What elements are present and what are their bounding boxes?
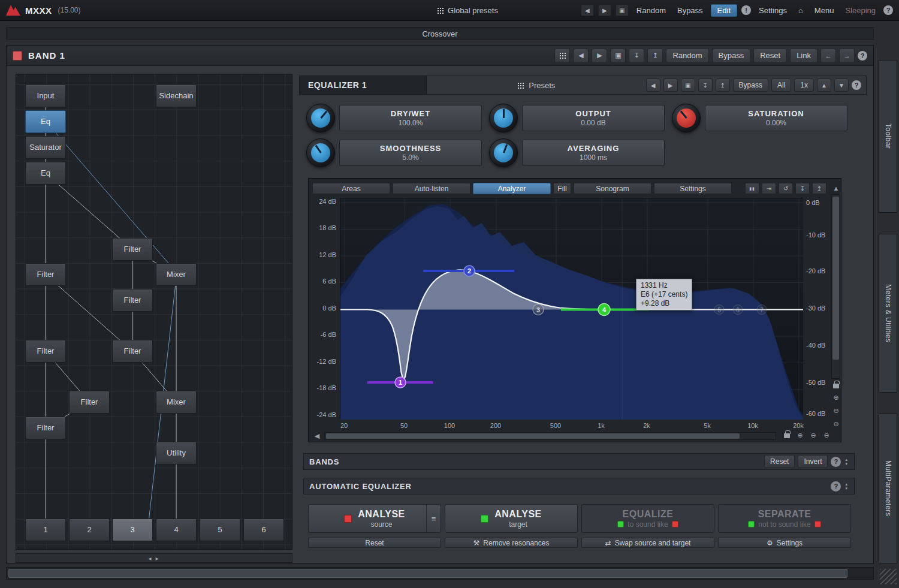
graph-vscrollbar[interactable] [831, 194, 840, 379]
routing-slot-5[interactable]: 5 [200, 518, 240, 541]
band-marker-7[interactable]: 7 [757, 305, 767, 315]
eq-detach-button[interactable]: ▲ [817, 79, 831, 92]
eq-next-button[interactable]: ▶ [663, 79, 678, 92]
home-icon[interactable]: ⌂ [795, 5, 807, 16]
zoom-out-icon[interactable]: ⊖ [809, 431, 818, 440]
analyse-source-button[interactable]: ANALYSE source ≡ [308, 504, 441, 533]
crossover-bar[interactable]: Crossover [6, 27, 874, 40]
window-hscroll-thumb[interactable] [8, 569, 847, 578]
vzoom-lock-icon[interactable] [831, 381, 841, 390]
window-hscrollbar[interactable] [6, 567, 874, 580]
analysis-import-button[interactable]: ↧ [795, 183, 810, 194]
output-knob[interactable] [489, 104, 518, 132]
analyzer-button[interactable]: Analyzer [473, 183, 551, 194]
normalize-button[interactable]: ⇥ [762, 183, 776, 194]
analyse-target-button[interactable]: ANALYSE target [445, 504, 578, 533]
preset-next-button[interactable]: ▶ [598, 4, 611, 16]
bypass-button[interactable]: Bypass [674, 5, 707, 16]
averaging-panel[interactable]: AVERAGING 1000 ms [522, 140, 665, 166]
eq-plot[interactable]: 1 2 3 4 5 [340, 198, 803, 419]
band-forward-button[interactable]: → [839, 49, 855, 63]
autoeq-help-icon[interactable]: ? [831, 481, 841, 491]
graph-vscroll-thumb[interactable] [832, 197, 839, 360]
routing-resize-handle[interactable]: ◂ ▸ [16, 553, 292, 563]
band-marker-5[interactable]: 5 [714, 305, 724, 315]
band-random-button[interactable]: Random [666, 49, 708, 63]
analyse-source-menu-button[interactable]: ≡ [426, 505, 441, 532]
routing-node-mixer-1[interactable]: Mixer [156, 263, 197, 286]
auto-listen-button[interactable]: Auto-listen [393, 183, 470, 194]
window-resize-grip[interactable] [880, 569, 897, 584]
routing-grid[interactable]: Input Sidechain Eq Saturator Eq Filter F… [16, 74, 292, 550]
routing-slot-2[interactable]: 2 [69, 518, 110, 541]
help-icon[interactable]: ? [883, 5, 893, 15]
sonogram-button[interactable]: Sonogram [574, 183, 651, 194]
band-bypass-button[interactable]: Bypass [712, 49, 751, 63]
band-link-button[interactable]: Link [790, 49, 817, 63]
eq-bypass-button[interactable]: Bypass [733, 79, 768, 92]
output-panel[interactable]: OUTPUT 0.00 dB [522, 105, 665, 131]
band-back-button[interactable]: ← [820, 49, 836, 63]
zoom-in-icon[interactable]: ⊕ [795, 431, 805, 440]
sleeping-indicator[interactable]: Sleeping [841, 5, 879, 16]
routing-node-filter-6[interactable]: Filter [69, 391, 110, 414]
band-marker-4[interactable]: 4 [598, 304, 610, 316]
saturation-panel[interactable]: SATURATION 0.00% [705, 105, 847, 131]
preset-prev-button[interactable]: ◀ [581, 4, 594, 16]
edit-button[interactable]: Edit [711, 4, 737, 17]
bands-reset-button[interactable]: Reset [764, 455, 795, 468]
autoeq-reset-button[interactable]: Reset [308, 538, 441, 548]
preset-save-button[interactable]: ▣ [616, 4, 629, 16]
autoeq-collapse-spinner[interactable]: ▴ ▾ [844, 482, 849, 490]
band-next-button[interactable]: ▶ [592, 49, 607, 63]
routing-node-filter-3[interactable]: Filter [112, 289, 153, 312]
band-color-swatch[interactable] [13, 51, 22, 61]
dry-wet-knob[interactable] [306, 104, 335, 132]
eq-import-button[interactable]: ↧ [698, 79, 713, 92]
routing-node-filter-5[interactable]: Filter [112, 340, 153, 363]
band-help-icon[interactable]: ? [858, 51, 867, 61]
autoeq-settings-button[interactable]: ⚙ Settings [718, 538, 851, 548]
sidebar-tab-multiparameters[interactable]: MultiParameters [879, 414, 897, 563]
global-presets-button[interactable]: Global presets [396, 6, 539, 15]
band-save-button[interactable]: ▣ [610, 49, 626, 63]
graph-settings-button[interactable]: Settings [654, 183, 732, 194]
band-marker-1[interactable]: 1 [395, 377, 406, 388]
band-presets-grid-button[interactable] [554, 49, 570, 63]
vzoom-out-icon[interactable]: ⊖ [831, 406, 841, 415]
bands-help-icon[interactable]: ? [831, 457, 841, 467]
vzoom-reset-icon[interactable]: ⊖ [831, 420, 841, 429]
routing-slot-6[interactable]: 6 [243, 518, 284, 541]
equalize-button[interactable]: EQUALIZE to sound like [581, 504, 714, 533]
routing-node-filter-2[interactable]: Filter [25, 263, 66, 286]
eq-all-button[interactable]: All [771, 79, 791, 92]
fill-button[interactable]: Fill [553, 183, 571, 194]
routing-node-saturator[interactable]: Saturator [25, 136, 66, 159]
menu-button[interactable]: Menu [811, 5, 838, 16]
scroll-left-icon[interactable]: ◀ [312, 432, 322, 441]
eq-export-button[interactable]: ↥ [716, 79, 730, 92]
routing-node-eq-2[interactable]: Eq [25, 162, 66, 185]
scroll-up-icon[interactable]: ▲ [831, 183, 841, 192]
pause-button[interactable]: ▮▮ [745, 183, 759, 194]
bands-collapse-spinner[interactable]: ▴ ▾ [844, 457, 849, 466]
band-prev-button[interactable]: ◀ [573, 49, 589, 63]
eq-oversampling-button[interactable]: 1x [794, 79, 814, 92]
areas-button[interactable]: Areas [312, 183, 390, 194]
reset-analysis-button[interactable]: ↺ [779, 183, 793, 194]
band-export-button[interactable]: ↥ [647, 49, 663, 63]
band-marker-6[interactable]: 6 [733, 305, 743, 315]
bands-invert-button[interactable]: Invert [798, 455, 828, 468]
remove-resonances-button[interactable]: ⚒ Remove resonances [445, 538, 578, 548]
band-import-button[interactable]: ↧ [629, 49, 644, 63]
analysis-export-button[interactable]: ↥ [812, 183, 826, 194]
graph-hscroll-thumb[interactable] [326, 433, 740, 439]
sidebar-tab-meters-utilities[interactable]: Meters & Utilities [879, 234, 897, 393]
equalizer-presets-button[interactable]: Presets [427, 76, 646, 94]
routing-node-mixer-2[interactable]: Mixer [156, 391, 197, 414]
routing-node-filter-4[interactable]: Filter [25, 340, 66, 363]
band-reset-button[interactable]: Reset [753, 49, 787, 63]
band-marker-2[interactable]: 2 [464, 266, 475, 276]
smoothness-panel[interactable]: SMOOTHNESS 5.0% [339, 140, 482, 166]
routing-slot-3[interactable]: 3 [112, 518, 153, 541]
